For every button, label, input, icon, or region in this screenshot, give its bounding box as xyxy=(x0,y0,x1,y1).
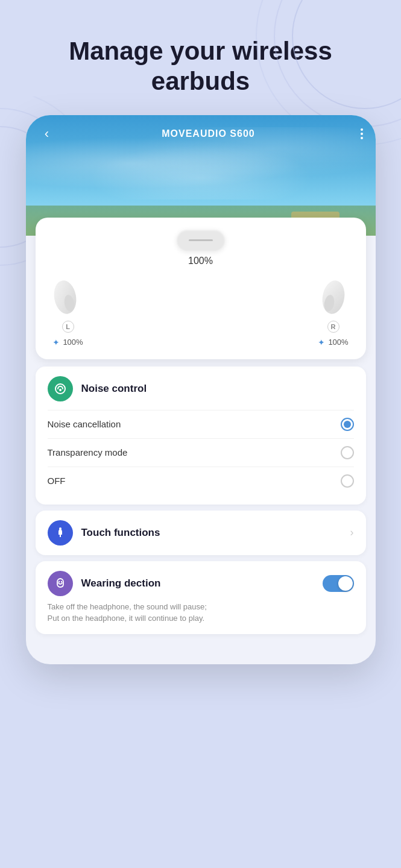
off-label: OFF xyxy=(48,476,66,486)
wearing-detection-desc: Take off the headphone, the sound will p… xyxy=(48,601,354,624)
touch-functions-title: Touch functions xyxy=(81,527,160,539)
noise-cancellation-label: Noise cancellation xyxy=(48,419,121,429)
off-radio[interactable] xyxy=(341,474,354,488)
case-strip xyxy=(189,239,213,241)
toggle-knob xyxy=(338,576,353,591)
wearing-left: Wearing dection xyxy=(48,571,161,596)
right-label: R xyxy=(327,321,339,333)
svg-point-12 xyxy=(59,527,62,530)
svg-point-8 xyxy=(320,278,347,315)
svg-point-14 xyxy=(60,581,62,582)
noise-cancellation-radio[interactable] xyxy=(341,418,354,431)
phone-frame: ‹ MOVEAUDIO S600 100% xyxy=(26,115,376,664)
noise-cancellation-item[interactable]: Noise cancellation xyxy=(48,410,354,438)
noise-control-title: Noise control xyxy=(81,383,147,395)
svg-point-11 xyxy=(59,389,62,391)
earbuds-row: L ✦ 100% xyxy=(50,276,352,347)
noise-control-icon xyxy=(48,376,73,401)
wearing-detection-toggle[interactable] xyxy=(323,575,354,592)
transparency-mode-radio[interactable] xyxy=(341,446,354,459)
earbuds-card: 100% xyxy=(36,218,366,359)
menu-dot-1 xyxy=(361,128,363,131)
left-battery-info: ✦ 100% xyxy=(52,338,83,347)
phone-nav: ‹ MOVEAUDIO S600 xyxy=(26,115,376,153)
wearing-detection-card: Wearing dection Take off the headphone, … xyxy=(36,561,366,634)
transparency-mode-label: Transparency mode xyxy=(48,447,128,458)
right-battery-info: ✦ 100% xyxy=(318,338,348,347)
charging-case xyxy=(177,230,225,251)
menu-dot-2 xyxy=(361,133,363,135)
touch-functions-left: Touch functions xyxy=(48,520,160,546)
nav-title: MOVEAUDIO S600 xyxy=(162,128,254,139)
left-label: L xyxy=(62,321,74,333)
wearing-detection-icon xyxy=(48,571,73,596)
menu-dot-3 xyxy=(361,137,363,139)
menu-button[interactable] xyxy=(361,128,363,139)
radio-selected-inner xyxy=(344,421,351,428)
noise-control-header: Noise control xyxy=(48,376,354,401)
touch-functions-chevron: › xyxy=(350,526,354,539)
page-title: Manage your wireless earbuds xyxy=(0,0,401,115)
right-earbud-icon xyxy=(315,276,349,318)
right-earbud: R ✦ 100% xyxy=(315,276,352,347)
case-battery: 100% xyxy=(50,256,352,266)
left-earbud: L ✦ 100% xyxy=(50,276,86,347)
back-button[interactable]: ‹ xyxy=(38,125,56,143)
wearing-detection-header: Wearing dection xyxy=(48,571,354,596)
touch-functions-icon xyxy=(48,520,73,546)
transparency-mode-item[interactable]: Transparency mode xyxy=(48,438,354,467)
svg-point-6 xyxy=(51,278,78,315)
wearing-detection-title: Wearing dection xyxy=(81,577,161,590)
noise-control-card: Noise control Noise cancellation Transpa… xyxy=(36,366,366,505)
right-bt-icon: ✦ xyxy=(318,338,325,347)
left-bt-icon: ✦ xyxy=(52,338,60,347)
content-area: Noise control Noise cancellation Transpa… xyxy=(26,366,376,646)
touch-functions-card[interactable]: Touch functions › xyxy=(36,511,366,555)
svg-point-13 xyxy=(58,581,59,582)
off-item[interactable]: OFF xyxy=(48,467,354,495)
left-earbud-icon xyxy=(50,276,83,318)
